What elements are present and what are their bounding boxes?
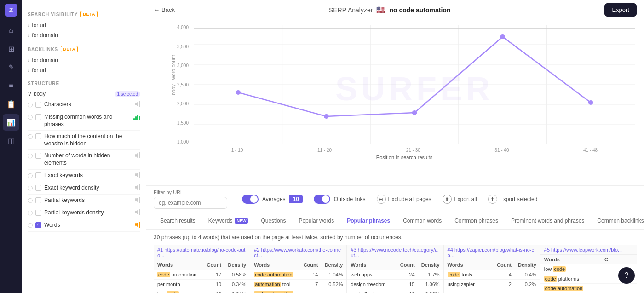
col-sub-header-1: Words Count Density — [154, 260, 250, 270]
filter-exact-kw-density[interactable]: ⓘ Exact keyword density — [28, 182, 140, 195]
help-button[interactable]: ? — [618, 267, 635, 284]
partial-kw-checkbox[interactable] — [35, 197, 41, 203]
exclude-all-pages-btn[interactable]: ⊖ Exclude all pages — [377, 195, 431, 204]
export-selected-btn[interactable]: ⬆ Export selected — [488, 195, 538, 204]
export-all-btn[interactable]: ⬆ Export all — [443, 195, 477, 204]
filter-content-hidden[interactable]: ⓘ How much of the content on the website… — [28, 131, 140, 150]
data-table-wrapper: #1 https://automate.io/blog/no-code-auto… — [154, 245, 637, 293]
export-selected-icon: ⬆ — [488, 195, 497, 204]
table-row: code automation 14 1.04% — [250, 270, 346, 280]
tab-common-words[interactable]: Common words — [397, 213, 448, 230]
filter-url-label: Filter by URL — [154, 190, 227, 195]
filter-for-domain-sv[interactable]: › for domain — [28, 30, 140, 40]
x-tick: 11 - 20 — [317, 148, 332, 153]
nav-edit[interactable]: ✎ — [3, 59, 19, 75]
missing-common-checkbox[interactable] — [35, 114, 41, 120]
partial-kw-density-checkbox[interactable] — [35, 210, 41, 216]
filter-exact-keywords[interactable]: ⓘ Exact keywords — [28, 170, 140, 182]
exact-kw-density-checkbox[interactable] — [35, 185, 41, 191]
table-row: code automation — [540, 284, 637, 293]
tab-common-backlinks[interactable]: Common backlinks BETA — [591, 213, 644, 230]
keyword-label: no code automation — [389, 6, 450, 14]
nav-book[interactable]: 📋 — [3, 96, 19, 112]
filter-for-domain-bl[interactable]: › for domain — [28, 55, 140, 65]
table-row: cost effectiveness 13 0.92% — [347, 289, 443, 293]
app-logo[interactable]: Z — [5, 4, 17, 17]
averages-toggle[interactable] — [242, 195, 259, 204]
filter-panel: SEARCH VISIBILITY BETA › for url › for d… — [22, 0, 146, 293]
tab-popular-phrases[interactable]: Popular phrases — [340, 213, 397, 230]
body-children: ⓘ Characters ⓘ Missing common words and … — [28, 99, 140, 232]
col-url-4[interactable]: #4 https://zapier.com/blog/what-is-no-co… — [448, 247, 534, 258]
col-url-1[interactable]: #1 https://automate.io/blog/no-code-auto… — [157, 247, 245, 258]
body-section-header[interactable]: ∨ body 1 selected — [28, 89, 140, 99]
chevron-down-icon: ∨ — [28, 91, 32, 97]
col-url-3[interactable]: #3 https://www.nocode.tech/category/aut.… — [351, 247, 437, 258]
filter-partial-kw-density[interactable]: ⓘ Partial keywords density — [28, 207, 140, 219]
y-tick: 1,000 — [174, 139, 189, 144]
data-table: #1 https://automate.io/blog/no-code-auto… — [154, 245, 637, 293]
averages-value[interactable]: 10 — [289, 195, 302, 203]
col-sub-header-3: Words Count Density — [347, 260, 443, 270]
filter-partial-kw[interactable]: ⓘ Partial keywords — [28, 195, 140, 207]
main-area: ← Back SERP Analyzer 🇺🇸 no code automati… — [146, 0, 644, 293]
col-header-3: #3 https://www.nocode.tech/category/aut.… — [347, 245, 443, 260]
filter-missing-common[interactable]: ⓘ Missing common words and phrases — [28, 111, 140, 131]
y-tick: 2,500 — [174, 82, 189, 87]
col-url-2[interactable]: #2 https://www.workato.com/the-connect..… — [254, 247, 341, 258]
filter-url-input[interactable] — [154, 197, 227, 209]
tab-questions[interactable]: Questions — [254, 213, 292, 230]
back-button[interactable]: ← Back — [154, 6, 175, 13]
info-icon: ⓘ — [28, 210, 33, 217]
tab-popular-words[interactable]: Popular words — [292, 213, 340, 230]
info-icon: ⓘ — [28, 114, 33, 121]
y-tick: 1,500 — [174, 121, 189, 126]
words-label: Words — [44, 222, 132, 229]
table-description: 30 phrases (up to 4 words) that are used… — [154, 234, 637, 241]
content-hidden-checkbox[interactable] — [35, 133, 41, 139]
table-row: code automation 17 0.58% — [154, 270, 250, 280]
words-checkbox[interactable] — [35, 222, 41, 228]
filter-for-url-bl[interactable]: › for url — [28, 65, 140, 75]
nav-grid[interactable]: ⊞ — [3, 40, 19, 57]
filter-hidden-words[interactable]: ⓘ Number of words in hidden elements — [28, 150, 140, 169]
col-sub-header-5: Words C — [540, 255, 637, 264]
info-icon: ⓘ — [28, 197, 33, 204]
averages-toggle-control: Averages 10 — [242, 195, 303, 204]
tab-search-results[interactable]: Search results — [154, 213, 202, 230]
outside-links-toggle-control: Outside links — [314, 195, 366, 204]
info-icon: ⓘ — [28, 185, 33, 192]
export-button[interactable]: Export — [604, 3, 637, 17]
col-url-5[interactable]: #5 https://www.leapwork.com/blo... — [544, 247, 622, 253]
partial-kw-density-label: Partial keywords density — [44, 209, 132, 217]
table-area: 30 phrases (up to 4 words) that are used… — [146, 230, 644, 293]
outside-links-toggle[interactable] — [314, 195, 330, 204]
nav-chart[interactable]: 📊 — [3, 114, 19, 131]
backlinks-label: BACKLINKS BETA — [28, 46, 140, 52]
table-row — [444, 289, 540, 293]
characters-checkbox[interactable] — [35, 102, 41, 108]
bar-chart-icon — [135, 184, 140, 190]
hidden-words-checkbox[interactable] — [35, 153, 41, 159]
chevron-icon: › — [28, 23, 29, 28]
tab-common-phrases[interactable]: Common phrases — [448, 213, 505, 230]
x-tick: 1 - 10 — [231, 148, 243, 153]
backlinks-beta: BETA — [61, 46, 78, 52]
bar-chart-icon — [135, 101, 140, 107]
exact-kw-checkbox[interactable] — [35, 172, 41, 178]
filter-characters[interactable]: ⓘ Characters — [28, 99, 140, 111]
nav-layers[interactable]: ◫ — [3, 132, 19, 149]
back-label: Back — [161, 6, 175, 13]
nav-list[interactable]: ≡ — [3, 77, 19, 94]
table-row: using zapier 2 0.2% — [444, 280, 540, 289]
exact-kw-label: Exact keywords — [44, 172, 132, 179]
missing-common-label: Missing common words and phrases — [44, 114, 131, 128]
filter-words[interactable]: ⓘ Words — [28, 219, 140, 232]
table-row: automation tool 7 0.52% — [250, 280, 346, 289]
tab-prominent[interactable]: Prominent words and phrases — [505, 213, 591, 230]
info-icon: ⓘ — [28, 133, 33, 140]
filter-for-url-sv[interactable]: › for url — [28, 20, 140, 30]
nav-home[interactable]: ⌂ — [3, 22, 19, 39]
tab-keywords[interactable]: Keywords NEW — [202, 213, 255, 230]
export-selected-label: Export selected — [500, 196, 538, 202]
